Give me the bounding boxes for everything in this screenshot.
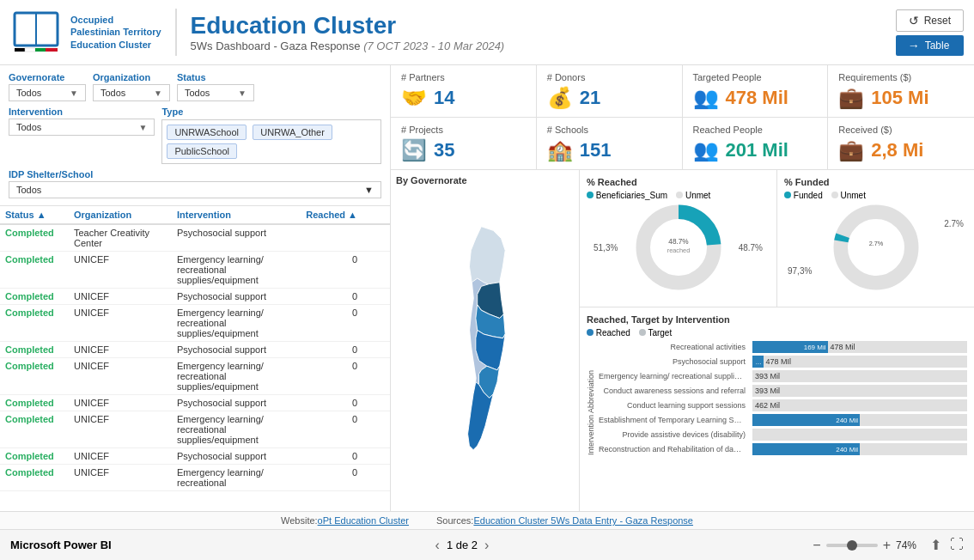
- cell-reached: 0: [306, 307, 357, 318]
- table-row: Completed UNICEF Emergency learning/ rec…: [0, 411, 390, 448]
- svg-rect-4: [25, 48, 35, 52]
- bar-target-value: 393 Mil: [752, 385, 780, 397]
- logo-icon: [10, 9, 62, 56]
- cell-org: UNICEF: [74, 307, 177, 318]
- map-title: By Governorate: [396, 175, 574, 186]
- footer-website-label: Website:: [281, 515, 318, 526]
- table-row: Completed UNICEF Emergency learning/ rec…: [0, 358, 390, 395]
- left-panel: Governorate Todos ▼ Organization Todos ▼: [0, 65, 391, 511]
- table-row: Completed Teacher Creativity Center Psyc…: [0, 225, 390, 252]
- reset-button[interactable]: ↺ Reset: [896, 9, 964, 32]
- cell-reached: 0: [306, 344, 357, 355]
- cell-status: Completed: [5, 398, 74, 408]
- footer-sources-link[interactable]: Education Cluster 5Ws Data Entry - Gaza …: [473, 515, 693, 526]
- bar-label: Psychosocial support: [599, 357, 749, 366]
- bar-track: 462 Mil: [752, 399, 967, 411]
- bar-row: Emergency learning/ recreational supplie…: [599, 370, 967, 382]
- footer: Website: oPt Education Cluster Sources: …: [0, 511, 974, 529]
- organization-select[interactable]: Todos ▼: [93, 84, 170, 101]
- bar-legend: Reached Target: [587, 328, 967, 338]
- cell-intervention: Emergency learning/ recreational supplie…: [177, 307, 306, 338]
- bar-label: Reconstruction and Rehabilitation of dam…: [599, 445, 749, 453]
- stat-received: Received ($) 💼 2,8 Mi: [828, 118, 974, 169]
- cell-org: Teacher Creativity Center: [74, 228, 177, 248]
- status-select[interactable]: Todos ▼: [177, 84, 254, 101]
- stats-row-1: # Partners 🤝 14 # Donors 💰 21 Targeted P…: [391, 65, 974, 118]
- stat-projects: # Projects 🔄 35: [391, 118, 537, 169]
- cell-org: UNICEF: [74, 361, 177, 371]
- cell-status: Completed: [5, 344, 74, 355]
- prev-page-button[interactable]: ‹: [435, 538, 440, 553]
- partners-icon: 🤝: [401, 86, 427, 110]
- bar-row: Reconstruction and Rehabilitation of dam…: [599, 443, 967, 455]
- cell-intervention: Psychosocial support: [177, 228, 306, 238]
- bar-fill-reached: ...: [752, 356, 764, 368]
- powerbi-brand[interactable]: Microsoft Power BI: [10, 539, 112, 551]
- zoom-minus[interactable]: −: [813, 538, 820, 553]
- right-panel: # Partners 🤝 14 # Donors 💰 21 Targeted P…: [391, 65, 974, 511]
- main-title: Education Cluster: [191, 12, 896, 40]
- bar-track: [752, 429, 967, 441]
- organization-filter: Organization Todos ▼: [93, 72, 170, 101]
- svg-rect-6: [46, 48, 58, 52]
- map-display: [396, 189, 574, 502]
- cell-org: UNICEF: [74, 344, 177, 355]
- type-filter-area: Type UNRWASchool UNRWA_Other PublicSchoo…: [161, 107, 381, 164]
- table-button[interactable]: → Table: [896, 35, 964, 56]
- cell-intervention: Emergency learning/ recreational supplie…: [177, 361, 306, 392]
- intervention-select[interactable]: Todos ▼: [9, 119, 155, 136]
- cell-intervention: Psychosocial support: [177, 291, 306, 301]
- zoom-slider[interactable]: [826, 544, 878, 547]
- reached-icon: 👥: [693, 138, 719, 162]
- cell-intervention: Emergency learning/ recreational supplie…: [177, 254, 306, 285]
- bar-label: Conduct awareness sessions and referral: [599, 387, 749, 395]
- th-organization[interactable]: Organization: [74, 210, 177, 220]
- th-status[interactable]: Status ▲: [5, 210, 74, 220]
- stat-partners: # Partners 🤝 14: [391, 65, 537, 117]
- type-tag-public-school[interactable]: PublicSchool: [167, 143, 237, 159]
- bottom-right-controls: − + 74% ⬆ ⛶: [813, 537, 964, 553]
- bar-target-value: [752, 429, 755, 441]
- bar-row: Conduct learning support sessions 462 Mi…: [599, 399, 967, 411]
- header: Occupied Palestinian Territory Education…: [0, 0, 974, 65]
- table-body: Completed Teacher Creativity Center Psyc…: [0, 225, 390, 504]
- stat-targeted: Targeted People 👥 478 Mil: [683, 65, 829, 117]
- svg-rect-5: [35, 48, 46, 52]
- filters-area: Governorate Todos ▼ Organization Todos ▼: [0, 65, 390, 206]
- governorate-label: Governorate: [9, 72, 86, 82]
- data-table: Status ▲ Organization Intervention Reach…: [0, 206, 390, 511]
- next-page-button[interactable]: ›: [484, 538, 489, 553]
- governorate-select[interactable]: Todos ▼: [9, 84, 86, 101]
- footer-website-link[interactable]: oPt Education Cluster: [318, 515, 409, 526]
- type-tags-container[interactable]: UNRWASchool UNRWA_Other PublicSchool: [161, 119, 381, 164]
- table-row: Completed UNICEF Emergency learning/ rec…: [0, 252, 390, 289]
- zoom-control: − + 74%: [813, 538, 916, 553]
- bar-row: Establishment of Temporary Learning Spac…: [599, 414, 967, 426]
- share-icon[interactable]: ⬆: [930, 537, 941, 553]
- idp-section: IDP Shelter/School Todos ▼: [9, 169, 381, 198]
- cell-status: Completed: [5, 414, 74, 424]
- bar-track: 393 Mil: [752, 385, 967, 397]
- intervention-label: Intervention: [9, 107, 155, 117]
- th-intervention[interactable]: Intervention: [177, 210, 306, 220]
- viz-area: By Governorate: [391, 170, 974, 511]
- cell-intervention: Psychosocial support: [177, 398, 306, 408]
- fullscreen-icon[interactable]: ⛶: [950, 537, 964, 553]
- type-tag-unrwa-school[interactable]: UNRWASchool: [167, 125, 247, 140]
- requirements-number: 105 Mi: [871, 87, 928, 109]
- bar-label: Conduct learning support sessions: [599, 401, 749, 410]
- th-reached[interactable]: Reached ▲: [306, 210, 357, 220]
- stat-projects-label: # Projects: [401, 125, 526, 135]
- cell-status: Completed: [5, 291, 74, 301]
- cell-org: UNICEF: [74, 414, 177, 424]
- bottom-bar: Microsoft Power BI ‹ 1 de 2 › − + 74% ⬆ …: [0, 529, 974, 560]
- zoom-plus[interactable]: +: [883, 538, 891, 553]
- idp-select[interactable]: Todos ▼: [9, 181, 381, 198]
- donut-reached-legend: Beneficiaries_Sum Unmet: [587, 191, 770, 200]
- reset-icon: ↺: [909, 14, 919, 27]
- type-tag-unrwa-other[interactable]: UNRWA_Other: [253, 125, 332, 140]
- bar-label: Recreational activities: [599, 343, 749, 351]
- svg-text:48.7%: 48.7%: [668, 238, 689, 246]
- y-axis-label: Intervention Abbreviation: [587, 341, 595, 455]
- donors-icon: 💰: [547, 86, 573, 110]
